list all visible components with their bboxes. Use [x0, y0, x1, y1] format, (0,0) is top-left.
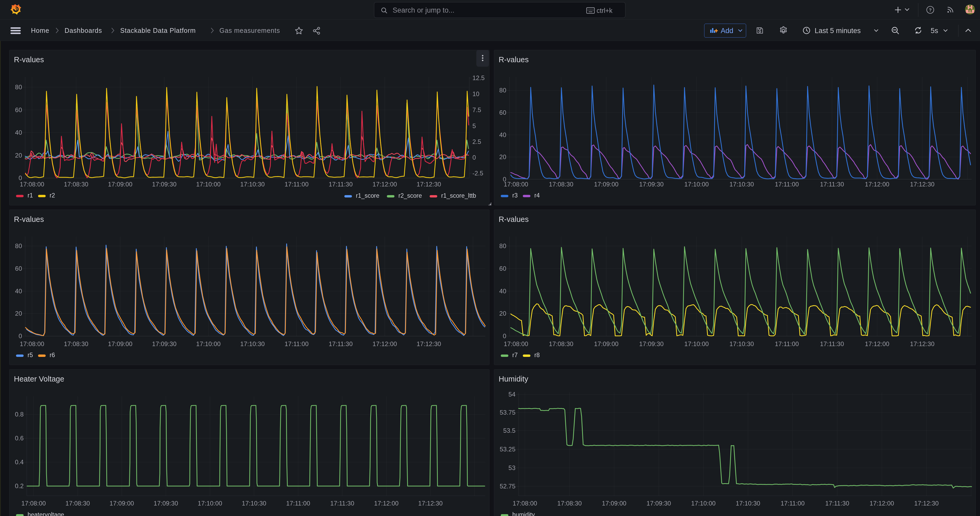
svg-text:17:09:00: 17:09:00	[594, 181, 618, 188]
svg-text:0: 0	[503, 333, 506, 339]
svg-text:17:08:30: 17:08:30	[557, 500, 582, 507]
svg-text:17:12:30: 17:12:30	[417, 181, 441, 188]
svg-text:17:08:30: 17:08:30	[64, 340, 88, 347]
svg-text:17:10:30: 17:10:30	[729, 340, 754, 347]
svg-text:17:09:30: 17:09:30	[646, 500, 671, 507]
svg-text:17:12:30: 17:12:30	[910, 340, 934, 347]
svg-text:17:11:30: 17:11:30	[329, 181, 353, 188]
svg-text:20: 20	[499, 153, 506, 161]
svg-text:0: 0	[473, 154, 476, 161]
svg-text:17:10:30: 17:10:30	[736, 500, 760, 507]
svg-text:0.6: 0.6	[15, 435, 24, 442]
svg-text:17:12:00: 17:12:00	[372, 181, 397, 188]
svg-text:53.75: 53.75	[500, 409, 515, 416]
svg-text:17:08:30: 17:08:30	[549, 340, 573, 347]
svg-text:17:08:00: 17:08:00	[20, 340, 44, 347]
svg-text:10: 10	[473, 90, 479, 97]
svg-text:17:08:00: 17:08:00	[21, 500, 46, 507]
svg-text:40: 40	[15, 288, 22, 295]
svg-text:40: 40	[499, 288, 506, 295]
svg-text:17:12:00: 17:12:00	[374, 500, 398, 507]
svg-text:12.5: 12.5	[473, 74, 485, 81]
svg-text:17:10:00: 17:10:00	[196, 181, 220, 188]
svg-text:60: 60	[499, 265, 506, 272]
svg-text:20: 20	[15, 310, 22, 317]
svg-text:17:08:00: 17:08:00	[504, 340, 528, 347]
svg-text:-2.5: -2.5	[473, 170, 483, 177]
svg-text:17:10:30: 17:10:30	[240, 181, 264, 188]
svg-text:17:12:30: 17:12:30	[914, 500, 939, 507]
svg-text:17:11:30: 17:11:30	[820, 181, 844, 188]
svg-text:17:12:00: 17:12:00	[372, 340, 397, 347]
svg-text:17:12:30: 17:12:30	[910, 181, 934, 188]
svg-text:17:10:00: 17:10:00	[691, 500, 716, 507]
svg-text:53: 53	[508, 464, 515, 471]
svg-text:17:10:00: 17:10:00	[684, 181, 709, 188]
svg-text:17:09:00: 17:09:00	[602, 500, 626, 507]
svg-text:7.5: 7.5	[473, 106, 481, 113]
svg-text:17:10:00: 17:10:00	[196, 340, 220, 347]
svg-text:2.5: 2.5	[473, 138, 481, 145]
svg-text:17:11:30: 17:11:30	[825, 500, 849, 507]
svg-text:54: 54	[508, 391, 515, 398]
svg-text:53.25: 53.25	[500, 446, 515, 453]
svg-text:17:10:30: 17:10:30	[242, 500, 266, 507]
svg-text:17:11:00: 17:11:00	[781, 500, 805, 507]
svg-text:17:10:00: 17:10:00	[197, 500, 222, 507]
svg-text:60: 60	[499, 109, 506, 116]
svg-text:17:09:00: 17:09:00	[108, 340, 132, 347]
svg-text:40: 40	[15, 129, 22, 136]
svg-text:?: ?	[929, 8, 931, 13]
svg-text:17:12:00: 17:12:00	[865, 181, 889, 188]
svg-text:0: 0	[19, 333, 22, 339]
svg-text:20: 20	[499, 310, 506, 317]
svg-text:17:11:30: 17:11:30	[329, 340, 353, 347]
svg-text:0.8: 0.8	[15, 411, 24, 418]
svg-text:17:09:00: 17:09:00	[108, 181, 132, 188]
svg-text:40: 40	[499, 131, 506, 139]
svg-text:17:09:30: 17:09:30	[154, 500, 178, 507]
svg-text:17:12:00: 17:12:00	[870, 500, 894, 507]
svg-text:17:11:30: 17:11:30	[820, 340, 844, 347]
svg-text:17:09:30: 17:09:30	[152, 340, 177, 347]
svg-text:80: 80	[15, 83, 22, 91]
svg-text:80: 80	[499, 87, 506, 94]
svg-text:17:12:30: 17:12:30	[418, 500, 442, 507]
svg-text:17:08:30: 17:08:30	[64, 181, 88, 188]
svg-text:53.5: 53.5	[503, 427, 515, 434]
svg-text:17:09:00: 17:09:00	[594, 340, 618, 347]
svg-text:5: 5	[473, 123, 476, 129]
svg-text:17:12:30: 17:12:30	[417, 340, 441, 347]
svg-text:80: 80	[15, 242, 22, 250]
svg-text:17:11:00: 17:11:00	[775, 340, 799, 347]
svg-text:17:11:30: 17:11:30	[330, 500, 354, 507]
svg-text:60: 60	[15, 265, 22, 272]
svg-text:17:11:00: 17:11:00	[285, 340, 309, 347]
svg-text:17:10:30: 17:10:30	[729, 181, 754, 188]
svg-text:17:10:30: 17:10:30	[240, 340, 264, 347]
svg-text:0: 0	[19, 174, 22, 182]
svg-text:17:11:00: 17:11:00	[775, 181, 799, 188]
svg-text:17:08:30: 17:08:30	[549, 181, 573, 188]
svg-text:17:08:00: 17:08:00	[512, 500, 537, 507]
svg-text:17:08:00: 17:08:00	[504, 181, 528, 188]
svg-text:0.4: 0.4	[15, 459, 24, 466]
svg-text:52.75: 52.75	[500, 483, 515, 490]
svg-text:0.2: 0.2	[15, 483, 24, 489]
svg-text:17:08:00: 17:08:00	[20, 181, 44, 188]
svg-text:17:08:30: 17:08:30	[65, 500, 90, 507]
svg-text:17:09:00: 17:09:00	[110, 500, 134, 507]
svg-text:17:12:00: 17:12:00	[865, 340, 889, 347]
svg-text:80: 80	[499, 242, 506, 250]
svg-text:20: 20	[15, 152, 22, 159]
svg-text:17:10:00: 17:10:00	[684, 340, 709, 347]
svg-text:17:11:00: 17:11:00	[285, 181, 309, 188]
svg-text:17:09:30: 17:09:30	[639, 181, 663, 188]
svg-text:17:11:00: 17:11:00	[286, 500, 310, 507]
svg-text:17:09:30: 17:09:30	[152, 181, 177, 188]
svg-text:60: 60	[15, 106, 22, 113]
svg-text:17:09:30: 17:09:30	[639, 340, 663, 347]
